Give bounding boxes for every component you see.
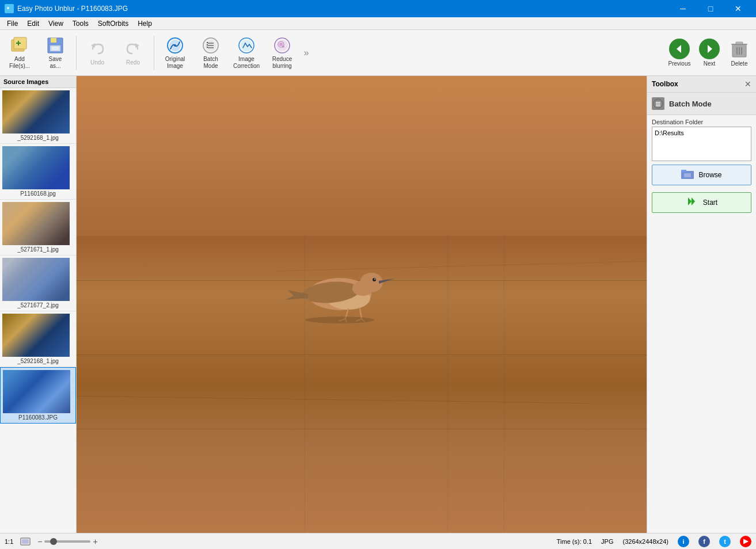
zoom-out-icon[interactable]: − [37,537,42,546]
svg-rect-22 [207,47,208,48]
previous-button[interactable]: Previous [665,33,694,73]
add-files-button[interactable]: AddFile(s)... [2,33,37,73]
start-label: Start [703,199,717,207]
maximize-button[interactable]: □ [697,0,724,17]
batch-mode-icon [202,36,220,55]
toolbar-nav: Previous Next D [665,33,754,73]
add-files-label: AddFile(s)... [9,56,30,70]
image-correction-label: ImageCorrection [233,56,260,70]
svg-rect-55 [656,105,660,106]
minimize-button[interactable]: ─ [670,0,696,17]
more-button[interactable]: » [301,33,312,73]
svg-rect-18 [208,45,214,46]
source-item-3[interactable]: _5271671_1.jpg [0,200,76,256]
start-button[interactable]: Start [652,192,751,213]
source-item-4[interactable]: _5271677_2.jpg [0,256,76,311]
svg-rect-62 [22,539,29,544]
toolbox-title: Toolbox [652,80,678,88]
menu-tools[interactable]: Tools [68,18,93,29]
menu-edit[interactable]: Edit [22,18,44,29]
thumb-4 [2,258,70,301]
svg-point-42 [373,278,376,281]
delete-label: Delete [731,60,748,67]
browse-icon [681,169,694,182]
undo-icon [88,40,107,58]
undo-label: Undo [90,59,104,66]
dimensions-value: (3264x2448x24) [622,538,668,545]
source-label-3: _5271671_1.jpg [2,246,74,253]
svg-rect-21 [207,44,208,45]
zoom-controls: − + [37,537,97,546]
toolbox-close-button[interactable]: ✕ [744,79,751,89]
svg-point-44 [352,281,373,296]
batch-mode-header: Batch Mode [647,93,756,115]
main-layout: Source Images _5292168_1.jpg P1160168.jp… [0,76,756,533]
browse-button[interactable]: Browse [652,165,751,185]
zoom-level: 1:1 [5,538,13,545]
toolbox-header: Toolbox ✕ [647,76,756,93]
svg-point-51 [305,317,374,323]
close-button[interactable]: ✕ [725,0,751,17]
delete-button[interactable]: Delete [725,33,754,73]
zoom-slider[interactable] [44,540,90,543]
title-bar-left: Easy Photo Unblur - P1160083.JPG [5,4,128,13]
fit-button[interactable] [20,537,31,546]
status-right: Time (s): 0.1 JPG (3264x2448x24) i f t ▶ [557,536,751,547]
youtube-icon[interactable]: ▶ [740,536,751,547]
zoom-in-icon[interactable]: + [93,537,97,546]
format-value: JPG [601,538,613,545]
menu-bar: File Edit View Tools SoftOrbits Help [0,17,756,30]
save-as-button[interactable]: Saveas... [38,33,73,73]
title-bar: Easy Photo Unblur - P1160083.JPG ─ □ ✕ [0,0,756,17]
svg-rect-54 [656,104,660,105]
svg-rect-58 [684,173,691,177]
menu-help[interactable]: Help [133,18,157,29]
source-item-6[interactable]: P1160083.JPG [0,367,76,424]
toolbox-panel: Toolbox ✕ Batch Mode Destination Folder … [647,76,756,533]
svg-rect-17 [208,43,214,44]
image-correction-button[interactable]: ImageCorrection [229,33,264,73]
time-value: Time (s): 0.1 [557,538,592,545]
zoom-thumb [50,538,57,545]
batch-mode-section-icon [652,97,664,110]
source-item-2[interactable]: P1160168.jpg [0,144,76,200]
window-controls: ─ □ ✕ [670,0,751,17]
zoom-value: 1:1 [5,538,13,545]
svg-rect-9 [52,47,59,50]
svg-point-29 [282,45,284,48]
next-button[interactable]: Next [695,33,724,73]
previous-label: Previous [668,60,691,67]
original-image-button[interactable]: OriginalImage [158,33,192,73]
facebook-icon[interactable]: f [698,536,710,547]
source-label-2: P1160168.jpg [2,190,74,197]
next-icon [699,39,720,59]
app-icon [5,4,14,13]
menu-view[interactable]: View [44,18,68,29]
svg-marker-60 [692,197,695,205]
source-item-5[interactable]: _5292168_1.jpg [0,311,76,367]
save-as-icon [46,36,64,55]
menu-file[interactable]: File [2,18,22,29]
menu-softorbits[interactable]: SoftOrbits [93,18,133,29]
svg-point-1 [7,7,9,9]
undo-button[interactable]: Undo [80,33,115,73]
info-icon[interactable]: i [678,536,689,547]
reduce-blurring-button[interactable]: Reduceblurring [265,33,299,73]
thumb-1 [2,90,70,134]
redo-icon [124,40,142,58]
main-image [77,76,647,533]
browse-label: Browse [698,171,721,179]
dest-folder-input[interactable]: D:\Results [652,127,751,161]
next-label: Next [704,60,716,67]
twitter-icon[interactable]: t [719,536,731,547]
image-view[interactable] [77,76,647,533]
source-label-6: P1160083.JPG [3,414,73,421]
svg-point-0 [6,5,13,12]
original-image-icon [166,36,184,55]
source-label-5: _5292168_1.jpg [2,358,74,364]
source-item-1[interactable]: _5292168_1.jpg [0,88,76,144]
redo-label: Redo [126,59,140,66]
svg-rect-57 [681,170,686,172]
batch-mode-button[interactable]: BatchMode [193,33,228,73]
redo-button[interactable]: Redo [116,33,150,73]
